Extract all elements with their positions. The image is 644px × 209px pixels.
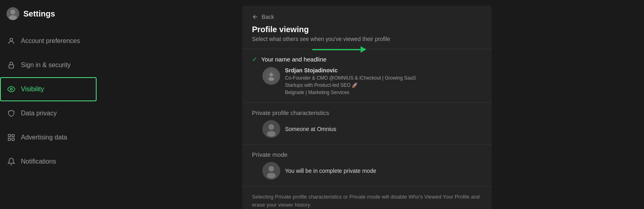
sidebar-item-account-preferences[interactable]: Account preferences <box>0 29 97 53</box>
back-button[interactable]: Back <box>252 14 482 20</box>
svg-rect-7 <box>8 138 11 141</box>
svg-rect-8 <box>12 138 14 141</box>
profile-name: Srdjan Stojadinovic <box>285 67 416 74</box>
avatar <box>6 7 19 20</box>
footer-note: Selecting Private profile characteristic… <box>242 186 492 209</box>
option-label: Private mode <box>252 151 287 158</box>
sidebar-item-data-privacy[interactable]: Data privacy <box>0 101 97 125</box>
svg-point-17 <box>267 173 276 178</box>
svg-point-10 <box>270 73 273 76</box>
svg-point-11 <box>268 77 274 81</box>
panel-title: Profile viewing <box>252 25 482 34</box>
sidebar-item-sign-in-security[interactable]: Sign in & security <box>0 53 97 77</box>
anonymous-card-2: You will be in complete private mode <box>252 162 482 180</box>
svg-point-4 <box>10 88 12 90</box>
back-label: Back <box>262 14 274 20</box>
option-your-name-headline[interactable]: ✓ Your name and headline Srdjan Stojadin… <box>242 49 492 103</box>
checkmark-icon: ✓ <box>252 55 257 63</box>
option-label-row: Private mode <box>252 151 482 158</box>
anon-name: Someone at Omnius <box>285 126 336 132</box>
svg-point-0 <box>10 10 15 14</box>
option-private-mode[interactable]: Private mode You will be in complete pri… <box>242 145 492 186</box>
sidebar-item-visibility[interactable]: Visibility <box>0 77 97 101</box>
anon-avatar-2 <box>262 162 280 180</box>
sidebar-item-label: Data privacy <box>21 110 57 117</box>
sidebar-nav: Account preferences Sign in & security V… <box>0 29 97 174</box>
sidebar-item-label: Notifications <box>21 158 56 165</box>
svg-point-13 <box>268 124 274 130</box>
panel-subtitle: Select what others see when you've viewe… <box>252 36 482 42</box>
arrow-head <box>361 46 366 53</box>
sidebar-item-notifications[interactable]: Notifications <box>0 150 97 174</box>
profile-viewing-panel: Back Profile viewing Select what others … <box>242 6 492 209</box>
svg-rect-5 <box>8 135 11 137</box>
anonymous-card: Someone at Omnius <box>252 120 482 138</box>
sidebar-item-advertising-data[interactable]: Advertising data <box>0 125 97 150</box>
profile-info: Srdjan Stojadinovic Co-Founder & CMO @OM… <box>285 67 416 96</box>
profile-card: Srdjan Stojadinovic Co-Founder & CMO @OM… <box>252 67 482 96</box>
sidebar-item-label: Account preferences <box>21 37 80 45</box>
svg-point-2 <box>10 38 13 41</box>
svg-point-14 <box>267 131 276 137</box>
anon-avatar <box>262 120 280 138</box>
profile-description: Co-Founder & CMO @OMNIUS & iCheckout | G… <box>285 74 416 96</box>
shield-icon <box>7 109 15 117</box>
eye-icon <box>7 85 15 93</box>
back-arrow-icon <box>252 14 258 20</box>
option-label: Private profile characteristics <box>252 109 329 116</box>
option-private-profile-characteristics[interactable]: Private profile characteristics Someone … <box>242 103 492 145</box>
panel-header: Back Profile viewing Select what others … <box>242 6 492 49</box>
arrow-indicator <box>312 46 366 53</box>
grid-icon <box>7 133 15 141</box>
sidebar-item-label: Visibility <box>21 86 44 93</box>
private-mode-name: You will be in complete private mode <box>285 168 376 174</box>
arrow-line <box>312 49 361 50</box>
sidebar: Settings Account preferences Sign in & s… <box>0 0 97 209</box>
bell-icon <box>7 158 15 166</box>
svg-rect-3 <box>9 65 14 68</box>
profile-avatar <box>262 67 280 85</box>
svg-point-16 <box>268 166 274 172</box>
app-title: Settings <box>23 9 55 18</box>
sidebar-item-label: Sign in & security <box>21 61 71 69</box>
svg-rect-6 <box>12 135 14 137</box>
sidebar-item-label: Advertising data <box>21 134 67 141</box>
option-label-row: Private profile characteristics <box>252 109 482 116</box>
option-label: Your name and headline <box>261 56 326 63</box>
person-icon <box>7 37 15 45</box>
sidebar-header: Settings <box>0 0 97 27</box>
lock-icon <box>7 61 15 69</box>
option-label-row: ✓ Your name and headline <box>252 55 482 63</box>
svg-point-1 <box>9 15 17 20</box>
main-content: Back Profile viewing Select what others … <box>97 0 644 209</box>
